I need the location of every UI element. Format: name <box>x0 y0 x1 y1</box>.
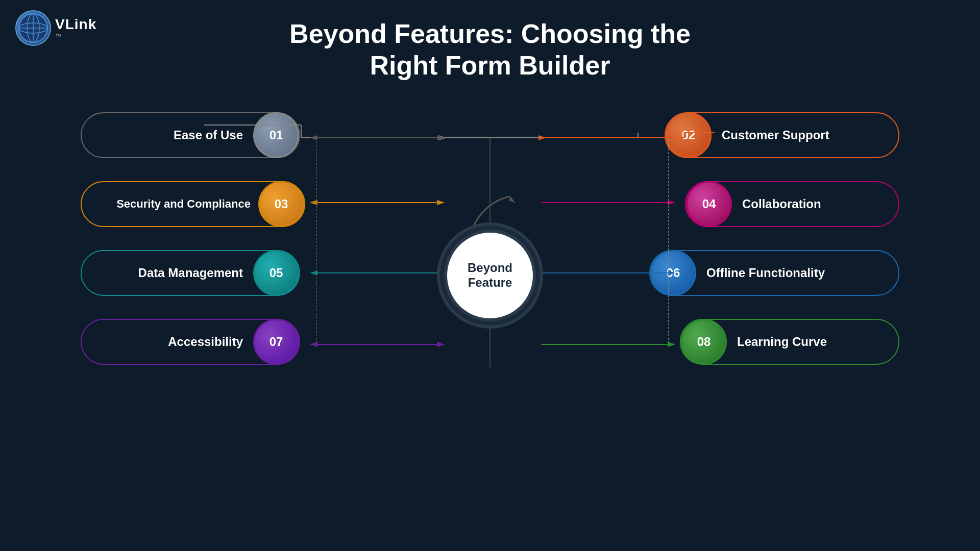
pill-label-08: Learning Curve <box>727 335 898 349</box>
svg-marker-13 <box>538 135 546 140</box>
pill-ease-of-use: 01 Ease of Use <box>81 112 300 158</box>
svg-marker-9 <box>439 135 447 140</box>
pill-data-management: 05 Data Management <box>81 250 300 296</box>
svg-marker-24 <box>668 200 675 205</box>
center-text-line2: Feature <box>468 276 512 290</box>
svg-marker-35 <box>437 135 445 140</box>
svg-marker-39 <box>509 196 516 203</box>
pill-customer-support: 02 Customer Support <box>665 112 899 158</box>
num-circle-01: 01 <box>253 112 299 158</box>
num-circle-03: 03 <box>258 181 304 227</box>
pill-learning-curve: 08 Learning Curve <box>680 319 899 365</box>
num-circle-07: 07 <box>253 319 299 365</box>
pill-label-03: Security and Compliance <box>109 197 258 211</box>
pill-label-05: Data Management <box>128 266 253 280</box>
svg-marker-36 <box>437 200 445 205</box>
page-title: Beyond Features: Choosing the Right Form… <box>0 10 980 82</box>
svg-marker-37 <box>437 270 445 276</box>
pill-offline: 06 Offline Functionality <box>649 250 899 296</box>
pill-label-04: Collaboration <box>732 197 898 211</box>
pill-security: 03 Security and Compliance <box>81 181 305 227</box>
num-circle-08: 08 <box>681 319 727 365</box>
num-circle-04: 04 <box>686 181 732 227</box>
center-text-line1: Beyond <box>468 261 512 276</box>
num-circle-05: 05 <box>253 250 299 296</box>
svg-marker-18 <box>310 135 317 140</box>
svg-marker-30 <box>310 342 317 347</box>
pill-label-02: Customer Support <box>712 128 898 142</box>
num-circle-06: 06 <box>650 250 696 296</box>
pill-accessibility: 07 Accessibility <box>81 319 300 365</box>
svg-marker-38 <box>437 342 445 347</box>
center-circle: Beyond Feature <box>444 230 536 321</box>
svg-marker-26 <box>310 270 317 276</box>
pill-label-01: Ease of Use <box>163 128 253 142</box>
svg-marker-22 <box>310 200 317 205</box>
pill-label-06: Offline Functionality <box>696 266 898 280</box>
pill-label-07: Accessibility <box>158 335 253 349</box>
pill-collaboration: 04 Collaboration <box>685 181 899 227</box>
svg-marker-32 <box>668 342 675 347</box>
num-circle-02: 02 <box>666 112 712 158</box>
